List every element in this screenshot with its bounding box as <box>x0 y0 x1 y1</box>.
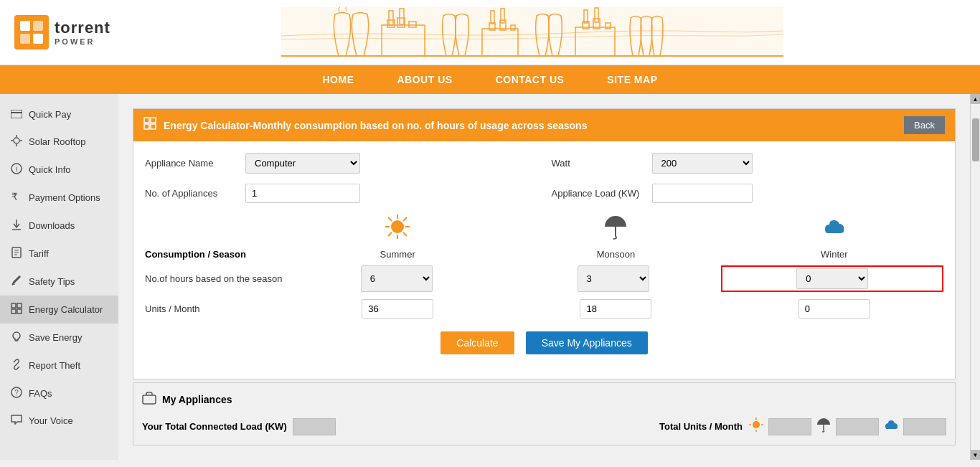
scroll-thumb[interactable] <box>972 118 979 161</box>
scroll-down-arrow[interactable]: ▼ <box>971 450 981 460</box>
winter-col-header: Winter <box>725 213 943 260</box>
watt-select[interactable]: 200 100 150 250 500 <box>652 153 753 174</box>
logo-sub: POWER <box>55 37 110 46</box>
chat-icon <box>10 415 23 427</box>
sidebar-label-quick-pay: Quick Pay <box>29 109 71 120</box>
nav-bar: HOME ABOUT US CONTACT US SITE MAP <box>0 65 980 94</box>
svg-rect-50 <box>151 118 156 123</box>
table-icon <box>143 117 156 133</box>
header: torrent POWER <box>0 0 980 65</box>
info-icon: i <box>10 163 23 176</box>
summer-hours-select[interactable]: 012345678 <box>361 265 433 292</box>
sidebar-item-tariff[interactable]: Tariff <box>0 240 118 268</box>
nav-sitemap[interactable]: SITE MAP <box>607 74 657 85</box>
svg-text:i: i <box>16 165 17 173</box>
sidebar-item-quick-info[interactable]: i Quick Info <box>0 156 118 184</box>
monsoon-units-cell <box>507 299 725 319</box>
summer-hours-cell: 012345678 <box>288 265 505 292</box>
nav-about[interactable]: ABOUT US <box>397 74 453 85</box>
sidebar: Quick Pay Solar Rooftop i Quick Info ₹ P… <box>0 94 118 460</box>
credit-card-icon <box>10 108 23 121</box>
num-appliances-col: No. of Appliances <box>145 184 537 203</box>
umbrella-icon <box>602 213 629 246</box>
appliance-load-input[interactable] <box>652 184 753 203</box>
num-appliances-input[interactable] <box>245 184 360 203</box>
solar-icon <box>10 135 23 148</box>
total-load-label: Your Total Connected Load (KW) <box>142 421 287 432</box>
svg-point-53 <box>391 220 404 233</box>
header-banner <box>110 7 954 57</box>
svg-rect-24 <box>11 110 22 118</box>
back-button[interactable]: Back <box>904 116 945 134</box>
scroll-up-arrow[interactable]: ▲ <box>971 94 981 104</box>
sidebar-item-report-theft[interactable]: Report Theft <box>0 352 118 379</box>
winter-total-icon <box>883 417 899 436</box>
svg-rect-42 <box>17 303 22 308</box>
winter-units-input[interactable] <box>798 299 870 319</box>
watt-label: Watt <box>552 158 645 169</box>
sidebar-item-safety-tips[interactable]: Safety Tips <box>0 268 118 296</box>
sidebar-item-faqs[interactable]: ? FAQs <box>0 379 118 407</box>
summer-total-icon <box>748 417 764 436</box>
sidebar-item-solar-rooftop[interactable]: Solar Rooftop <box>0 128 118 156</box>
appliance-name-select[interactable]: Computer Fan AC Refrigerator TV Washing … <box>245 153 360 174</box>
nav-contact[interactable]: CONTACT US <box>496 74 565 85</box>
monsoon-hours-cell: 0123456 <box>505 265 722 292</box>
bulb-icon <box>10 331 23 344</box>
winter-units-cell <box>725 299 943 319</box>
sidebar-item-save-energy[interactable]: Save Energy <box>0 324 118 352</box>
units-label: Units / Month <box>145 303 288 314</box>
save-appliances-button[interactable]: Save My Appliances <box>526 331 648 354</box>
sidebar-item-energy-calc[interactable]: Energy Calculator <box>0 296 118 324</box>
svg-rect-1 <box>33 21 43 31</box>
logo-area: torrent POWER <box>14 15 110 49</box>
monsoon-label: Monsoon <box>597 249 635 260</box>
appliance-name-col: Appliance Name Computer Fan AC Refrigera… <box>145 153 537 174</box>
my-appliances-title: My Appliances <box>142 392 946 407</box>
sidebar-label-faqs: FAQs <box>29 388 52 399</box>
sidebar-item-quick-pay[interactable]: Quick Pay <box>0 101 118 128</box>
calc-body: Appliance Name Computer Fan AC Refrigera… <box>133 141 955 379</box>
nav-home[interactable]: HOME <box>323 74 354 85</box>
svg-rect-49 <box>144 118 149 123</box>
svg-line-60 <box>403 217 407 221</box>
chain-icon <box>10 359 23 372</box>
total-units: Total Units / Month <box>659 417 946 436</box>
main-layout: Quick Pay Solar Rooftop i Quick Info ₹ P… <box>0 94 980 460</box>
sidebar-item-downloads[interactable]: Downloads <box>0 212 118 240</box>
winter-label: Winter <box>821 249 848 260</box>
book-icon <box>10 247 23 260</box>
sidebar-label-payment: Payment Options <box>29 192 100 203</box>
svg-rect-43 <box>11 309 16 313</box>
summer-col-header: Summer <box>288 213 507 260</box>
sidebar-item-your-voice[interactable]: Your Voice <box>0 407 118 434</box>
season-section: Consumption / Season <box>145 213 943 319</box>
svg-rect-51 <box>144 124 149 129</box>
sun-icon <box>384 213 411 246</box>
sidebar-label-quick-info: Quick Info <box>29 164 71 175</box>
sidebar-item-payment-options[interactable]: ₹ Payment Options <box>0 184 118 212</box>
briefcase-icon <box>142 392 156 407</box>
monsoon-col-header: Monsoon <box>507 213 725 260</box>
monsoon-units-input[interactable] <box>580 299 651 319</box>
winter-hours-cell: 0123456 <box>721 265 943 292</box>
monsoon-hours-select[interactable]: 0123456 <box>578 265 649 292</box>
calculate-button[interactable]: Calculate <box>440 331 514 354</box>
appliance-row: Appliance Name Computer Fan AC Refrigera… <box>145 153 943 174</box>
energy-calculator-panel: Energy Calculator-Monthly consumption ba… <box>133 108 956 379</box>
monsoon-total-icon <box>816 417 831 436</box>
scrollbar[interactable]: ▲ ▼ <box>970 94 980 460</box>
svg-rect-2 <box>20 34 30 44</box>
content-area: Energy Calculator-Monthly consumption ba… <box>118 94 970 460</box>
appliance-name-label: Appliance Name <box>145 158 238 169</box>
sidebar-label-solar: Solar Rooftop <box>29 136 86 147</box>
logo-name: torrent <box>55 19 110 37</box>
my-appliances-label: My Appliances <box>162 394 232 405</box>
total-load: Your Total Connected Load (KW) <box>142 418 336 435</box>
svg-point-26 <box>14 138 19 143</box>
calc-header: Energy Calculator-Monthly consumption ba… <box>133 109 955 141</box>
summer-total-box <box>768 418 811 435</box>
winter-hours-select[interactable]: 0123456 <box>796 268 868 289</box>
summer-units-input[interactable] <box>362 299 433 319</box>
hours-label: No.of hours based on the season <box>145 273 288 284</box>
